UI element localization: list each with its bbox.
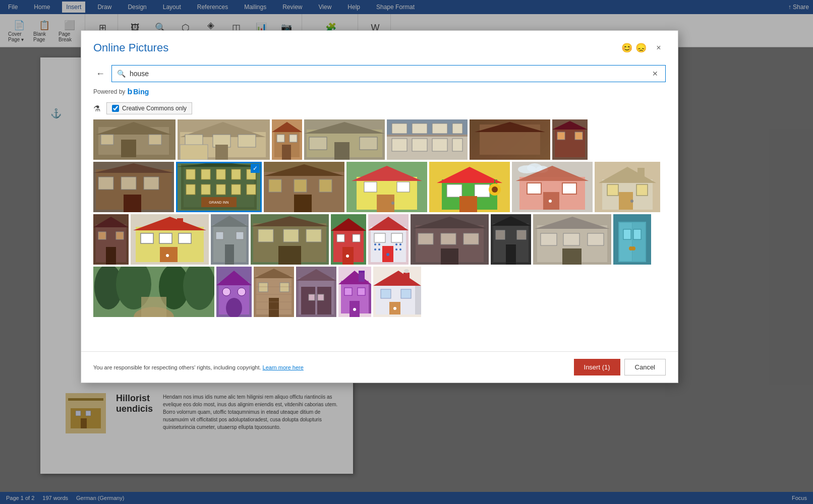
svg-marker-140 — [251, 216, 329, 226]
image-thumb-19[interactable]: ✓ — [331, 214, 366, 265]
footer-buttons: Insert (1) Cancel — [574, 359, 666, 375]
svg-rect-77 — [294, 179, 307, 192]
image-thumb-8[interactable]: ✓ — [93, 162, 174, 212]
image-thumb-28[interactable]: ✓ — [296, 267, 336, 317]
image-thumb-4[interactable]: ✓ — [304, 119, 385, 160]
svg-rect-137 — [236, 232, 244, 239]
svg-rect-222 — [318, 294, 324, 300]
image-thumb-17[interactable]: ✓ — [211, 214, 249, 265]
svg-rect-118 — [637, 168, 645, 178]
svg-marker-234 — [415, 286, 421, 314]
svg-rect-83 — [364, 182, 377, 192]
svg-point-163 — [399, 248, 401, 250]
image-thumb-26[interactable]: ✓ — [216, 267, 252, 317]
svg-rect-171 — [441, 248, 458, 265]
svg-marker-126 — [133, 217, 206, 230]
filter-icon[interactable]: ⚗ — [93, 104, 100, 113]
svg-rect-70 — [201, 197, 237, 207]
dialog-footer: You are responsible for respecting other… — [81, 351, 678, 383]
image-thumb-23[interactable]: ✓ — [533, 214, 611, 265]
svg-rect-62 — [216, 169, 225, 179]
svg-point-111 — [549, 200, 552, 203]
image-thumb-15[interactable]: ✓ — [93, 214, 129, 265]
svg-rect-182 — [563, 233, 579, 245]
image-thumb-24[interactable]: ✓ — [613, 214, 651, 265]
svg-point-160 — [374, 248, 376, 250]
image-grid-container[interactable]: ✓ ✓ — [81, 119, 678, 351]
svg-rect-69 — [247, 184, 256, 195]
svg-point-156 — [374, 243, 376, 245]
svg-rect-67 — [216, 184, 225, 195]
svg-rect-90 — [447, 184, 462, 197]
image-thumb-13[interactable]: ✓ — [512, 162, 593, 212]
image-thumb-5[interactable]: ✓ — [387, 119, 468, 160]
image-thumb-14[interactable]: ✓ — [595, 162, 660, 212]
svg-rect-127 — [141, 233, 153, 243]
svg-rect-230 — [359, 272, 365, 282]
svg-rect-181 — [541, 233, 557, 245]
image-thumb-12[interactable]: ✓ — [429, 162, 510, 212]
svg-rect-33 — [387, 135, 468, 137]
image-thumb-27[interactable]: ✓ — [254, 267, 294, 317]
dialog-title: Online Pictures — [93, 41, 168, 54]
svg-rect-221 — [309, 294, 315, 300]
image-thumb-9[interactable]: GRAND INN ✓ — [176, 162, 262, 212]
svg-rect-144 — [278, 246, 301, 265]
svg-rect-114 — [607, 184, 618, 196]
learn-more-link[interactable]: Learn more here — [263, 364, 304, 370]
back-button[interactable]: ← — [93, 67, 107, 81]
svg-rect-55 — [144, 177, 159, 190]
search-clear-button[interactable]: ✕ — [650, 69, 660, 79]
svg-point-157 — [378, 243, 380, 245]
image-thumb-3[interactable]: ✓ — [272, 119, 302, 160]
image-thumb-1[interactable]: ✓ — [93, 119, 176, 160]
image-thumb-6[interactable]: ✓ — [470, 119, 550, 160]
image-thumb-29[interactable]: ✓ — [338, 267, 371, 317]
image-thumb-30[interactable]: ✓ — [373, 267, 421, 317]
svg-rect-48 — [557, 132, 565, 140]
svg-rect-79 — [294, 195, 312, 212]
image-thumb-7[interactable]: ✓ — [552, 119, 588, 160]
svg-marker-113 — [599, 167, 656, 183]
image-thumb-16[interactable]: ✓ — [131, 214, 209, 265]
check-mark-9: ✓ — [251, 164, 260, 173]
svg-point-228 — [353, 308, 356, 311]
image-thumb-11[interactable]: ✓ — [346, 162, 427, 212]
svg-rect-109 — [562, 183, 576, 194]
svg-rect-136 — [216, 232, 223, 239]
svg-rect-17 — [215, 145, 228, 160]
svg-point-158 — [395, 243, 397, 245]
svg-rect-200 — [141, 297, 166, 317]
svg-point-159 — [399, 243, 401, 245]
svg-rect-210 — [280, 283, 289, 292]
svg-rect-235 — [381, 289, 391, 298]
image-thumb-25[interactable]: ✓ — [93, 267, 214, 317]
svg-rect-225 — [344, 288, 352, 295]
svg-rect-39 — [412, 123, 427, 134]
image-thumb-10[interactable]: ✓ — [264, 162, 344, 212]
search-input[interactable] — [130, 70, 646, 78]
svg-point-238 — [393, 307, 396, 310]
svg-rect-128 — [159, 233, 172, 243]
svg-rect-115 — [636, 184, 648, 196]
image-thumb-21[interactable]: ✓ — [411, 214, 489, 265]
dialog-close-button[interactable]: × — [652, 41, 666, 55]
svg-point-94 — [492, 186, 498, 193]
creative-commons-filter[interactable]: Creative Commons only — [106, 102, 192, 114]
svg-rect-132 — [177, 218, 183, 228]
insert-button[interactable]: Insert (1) — [574, 359, 620, 375]
bing-attribution: Powered by b Bing — [81, 86, 678, 100]
image-thumb-20[interactable]: ✓ — [368, 214, 409, 265]
bing-logo: b Bing — [127, 87, 149, 96]
svg-rect-84 — [397, 182, 410, 192]
happy-emoji[interactable]: 😊 — [621, 42, 632, 53]
svg-rect-66 — [201, 184, 210, 195]
svg-rect-18 — [180, 145, 208, 160]
cancel-button[interactable]: Cancel — [624, 359, 666, 375]
sad-emoji[interactable]: 😞 — [635, 42, 647, 53]
image-thumb-22[interactable]: ✓ — [491, 214, 531, 265]
svg-marker-152 — [368, 217, 409, 230]
image-thumb-2[interactable]: ✓ — [178, 119, 270, 160]
image-thumb-18[interactable]: ✓ — [251, 214, 329, 265]
creative-commons-checkbox[interactable] — [112, 105, 119, 112]
